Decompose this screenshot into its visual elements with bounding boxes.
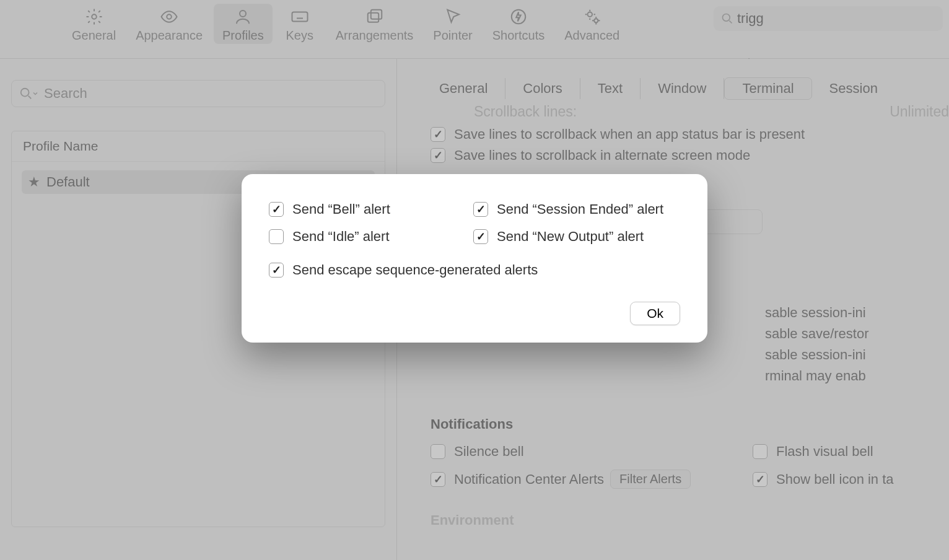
checkbox-idle-alert[interactable] bbox=[269, 229, 284, 244]
alerts-modal: Send “Bell” alert Send “Session Ended” a… bbox=[242, 174, 707, 343]
checkbox-new-output-alert[interactable] bbox=[473, 229, 488, 244]
checkbox-bell-alert[interactable] bbox=[269, 202, 284, 217]
checkbox-escape-alert[interactable] bbox=[269, 263, 284, 278]
checkbox-session-ended-alert[interactable] bbox=[473, 202, 488, 217]
label-new-output-alert: Send “New Output” alert bbox=[497, 229, 644, 245]
label-bell-alert: Send “Bell” alert bbox=[292, 201, 390, 217]
label-idle-alert: Send “Idle” alert bbox=[292, 229, 390, 245]
ok-button[interactable]: Ok bbox=[630, 302, 680, 325]
label-session-ended-alert: Send “Session Ended” alert bbox=[497, 201, 663, 217]
label-escape-alert: Send escape sequence-generated alerts bbox=[292, 262, 538, 278]
modal-overlay: Send “Bell” alert Send “Session Ended” a… bbox=[0, 0, 949, 560]
